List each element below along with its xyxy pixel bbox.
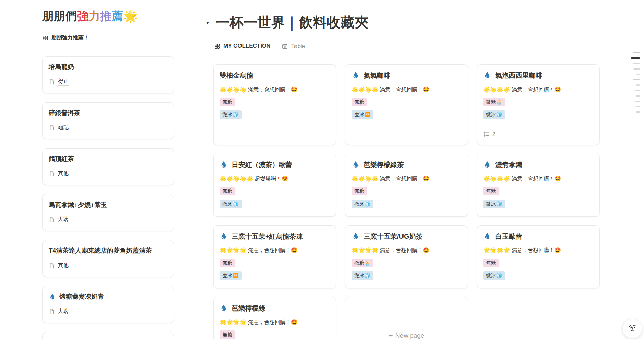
outline-item[interactable] <box>633 63 640 64</box>
drink-card[interactable]: 濃煮拿鐵 🌟🌟🌟🌟 滿意，會想回購！🤩 無糖 微冰🧊 <box>477 154 600 217</box>
tag-ice-level: 微冰🧊 <box>220 110 241 119</box>
table-icon <box>282 43 288 50</box>
sidebar-card[interactable]: 鶴頂紅茶 其他 <box>42 148 174 185</box>
drink-rating: 🌟🌟🌟🌟 滿意，會想回購！🤩 <box>483 86 561 93</box>
drink-title: 白玉歐蕾 <box>495 232 522 240</box>
droplet-icon <box>483 161 491 169</box>
page-icon <box>49 308 55 315</box>
page-icon <box>49 263 55 269</box>
notion-ai-button[interactable] <box>622 319 642 339</box>
sidebar-title-segment: 強 <box>77 10 89 22</box>
page-icon <box>49 79 55 85</box>
tag-ice-level: 微冰🧊 <box>220 200 241 208</box>
sidebar-card[interactable]: 培烏龍奶 得正 <box>42 56 174 93</box>
sidebar-view-tab-label: 朋朋強力推薦！ <box>51 34 89 41</box>
tag-ice-level: 微冰🧊 <box>483 271 505 280</box>
sidebar-card[interactable]: 碎銀普洱茶 龜記 <box>42 102 174 139</box>
tag-sugar-level: 無糖 <box>220 330 235 339</box>
droplet-icon <box>220 232 228 240</box>
outline-item[interactable] <box>636 84 640 86</box>
view-tab-bar: MY COLLECTION Table <box>213 40 601 54</box>
page-icon <box>49 171 55 177</box>
tag-ice-level: 去冰🈚 <box>220 271 241 280</box>
drink-title: 培烏龍奶 <box>49 63 168 71</box>
sidebar-title-segment: 薦 <box>112 10 123 22</box>
drink-card[interactable]: 氮氣咖啡 🌟🌟🌟🌟 滿意，會想回購！🤩 無糖 去冰🈚 <box>345 64 468 145</box>
drink-rating: 🌟🌟🌟🌟 滿意，會想回購！🤩 <box>483 247 561 254</box>
outline-item[interactable] <box>635 101 640 102</box>
outline-item[interactable] <box>636 74 640 75</box>
page-icon <box>49 217 55 223</box>
sidebar-card[interactable]: 烤糖蕎麥凍奶青 大茗 <box>42 286 174 323</box>
tag-sugar-level: 無糖 <box>352 187 367 195</box>
drink-card[interactable]: 白玉歐蕾 🌟🌟🌟🌟 滿意，會想回購！🤩 無糖 微冰🧊 <box>477 225 600 288</box>
outline-item-active[interactable] <box>631 57 640 59</box>
tag-sugar-level: 無糖 <box>483 259 499 267</box>
sidebar-title[interactable]: 朋朋們強力推薦🌟 <box>42 9 174 23</box>
outline-item[interactable] <box>636 95 640 97</box>
tag-ice-level: 微冰🧊 <box>352 271 373 280</box>
sidebar-title-segment: 朋朋們 <box>42 10 77 22</box>
sidebar-card-list: 培烏龍奶 得正 碎銀普洱茶 龜記 鶴頂紅茶 其他 烏瓦拿鐵+夕燒+紫玉 大茗 T… <box>42 56 174 339</box>
drink-rating: 🌟🌟🌟🌟 滿意，會想回購！🤩 <box>220 319 298 326</box>
tag-sugar-level: 無糖 <box>220 98 235 106</box>
shop-page-link[interactable]: 龜記 <box>58 124 69 131</box>
sidebar: 朋朋們強力推薦🌟 朋朋強力推薦！ 培烏龍奶 得正 碎銀普洱茶 龜記 鶴頂紅茶 其… <box>42 9 174 339</box>
droplet-icon <box>49 293 56 300</box>
tab-table[interactable]: Table <box>281 40 306 54</box>
drink-card[interactable]: 雙柚金烏龍 🌟🌟🌟🌟 滿意，會想回購！🤩 無糖 微冰🧊 <box>213 64 336 145</box>
sidebar-card[interactable]: 烏瓦拿鐵+夕燒+紫玉 大茗 <box>42 194 174 231</box>
collapse-toggle-icon[interactable]: ▼ <box>204 20 211 25</box>
shop-page-link[interactable]: 大茗 <box>58 216 69 223</box>
new-page-label: New page <box>395 332 424 339</box>
page-icon <box>49 125 55 131</box>
outline-item[interactable] <box>633 68 640 70</box>
sidebar-view-tab[interactable]: 朋朋強力推薦！ <box>42 34 174 47</box>
drink-title: 三窯十五茉/UG奶茶 <box>364 232 423 240</box>
drink-card[interactable]: 芭樂檸檬綠茶 🌟🌟🌟🌟 滿意，會想回購！🤩 無糖 微冰🧊 <box>345 154 468 217</box>
outline-item[interactable] <box>633 52 640 53</box>
shop-page-link[interactable]: 其他 <box>58 262 69 269</box>
drink-title: 三窯十五茉+紅烏龍茶凍 <box>232 232 303 240</box>
droplet-icon <box>483 71 491 79</box>
tab-my-collection[interactable]: MY COLLECTION <box>213 40 271 54</box>
drink-title: 日安紅（濃茶）歐蕾 <box>232 161 292 169</box>
sidebar-card[interactable]: T4清茶達人廟東總店的菱角奶蓋清茶 其他 <box>42 240 174 277</box>
tag-sugar-level: 無糖 <box>352 98 367 106</box>
drink-title: 芭樂檸檬綠茶 <box>364 161 404 169</box>
tag-sugar-level: 無糖 <box>483 187 499 195</box>
sidebar-title-segment: 推 <box>100 10 112 22</box>
sidebar-card-partial[interactable] <box>42 332 174 339</box>
outline-item[interactable] <box>636 106 640 107</box>
comment-count-value: 2 <box>492 131 495 137</box>
outline-item[interactable] <box>636 111 640 113</box>
tag-ice-level: 微冰🧊 <box>483 110 505 119</box>
shop-page-link[interactable]: 得正 <box>58 78 69 86</box>
drink-title: 鶴頂紅茶 <box>49 155 168 163</box>
collection-title[interactable]: 一杯一世界｜飲料收藏夾 <box>216 13 369 32</box>
gallery-icon <box>42 35 48 41</box>
gallery-grid: 雙柚金烏龍 🌟🌟🌟🌟 滿意，會想回購！🤩 無糖 微冰🧊 氮氣咖啡 🌟🌟🌟🌟 滿意… <box>213 64 603 339</box>
tag-ice-level: 微冰🧊 <box>352 200 373 208</box>
sidebar-title-segment: 力 <box>89 10 100 22</box>
drink-rating: 🌟🌟🌟🌟 滿意，會想回購！🤩 <box>352 86 429 93</box>
notion-ai-face-icon <box>627 323 638 334</box>
drink-rating: 🌟🌟🌟🌟 滿意，會想回購！🤩 <box>352 247 429 254</box>
shop-page-link[interactable]: 大茗 <box>58 308 69 315</box>
drink-card[interactable]: 三窯十五茉/UG奶茶 🌟🌟🌟🌟 滿意，會想回購！🤩 微糖🧁 微冰🧊 <box>345 225 468 288</box>
new-page-button[interactable]: + New page <box>345 297 468 339</box>
tag-sugar-level: 微糖🧁 <box>483 98 505 106</box>
droplet-icon <box>352 161 360 169</box>
outline-item[interactable] <box>633 79 640 80</box>
tab-label: MY COLLECTION <box>223 43 270 49</box>
shop-page-link[interactable]: 其他 <box>58 170 69 177</box>
drink-card[interactable]: 氣泡西西里咖啡 🌟🌟🌟🌟 滿意，會想回購！🤩 微糖🧁 微冰🧊 2 <box>477 64 600 145</box>
outline-item[interactable] <box>635 90 640 91</box>
drink-card[interactable]: 三窯十五茉+紅烏龍茶凍 🌟🌟🌟🌟 滿意，會想回購！🤩 無糖 去冰🈚 <box>213 225 336 288</box>
comment-count[interactable]: 2 <box>483 131 495 138</box>
glowing-star-emoji: 🌟 <box>123 10 138 22</box>
plus-icon: + <box>389 332 393 339</box>
droplet-icon <box>352 232 360 240</box>
drink-card[interactable]: 芭樂檸檬綠 🌟🌟🌟🌟 滿意，會想回購！🤩 無糖 <box>213 297 336 339</box>
drink-card[interactable]: 日安紅（濃茶）歐蕾 🌟🌟🌟🌟🌟 超愛爆喝！😍 無糖 微冰🧊 <box>213 154 336 217</box>
